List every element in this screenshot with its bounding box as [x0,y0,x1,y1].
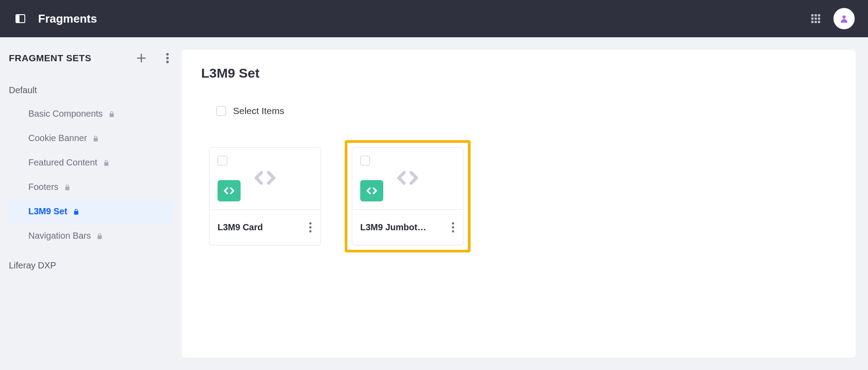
svg-rect-9 [815,21,817,23]
cards-grid: L3M9 Card [202,140,836,252]
svg-rect-7 [818,18,820,20]
sidebar-item-navigation-bars[interactable]: Navigation Bars [8,224,174,248]
select-items-label: Select Items [233,106,284,116]
svg-rect-6 [815,18,817,20]
svg-point-15 [166,57,169,59]
lock-icon [92,135,99,142]
card-preview [210,148,320,210]
sidebar-toggle-icon[interactable] [15,13,26,24]
sidebar-item-l3m9-set[interactable]: L3M9 Set [8,199,174,224]
fragment-card[interactable]: L3M9 Card [209,147,321,245]
svg-rect-5 [811,18,814,20]
card-checkbox[interactable] [218,156,227,165]
sidebar-title: FRAGMENT SETS [9,53,91,63]
sidebar-group-label: Default [8,85,174,95]
card-title: L3M9 Jumbot… [360,222,426,232]
code-icon [395,170,420,188]
sidebar-item-label: Basic Components [28,109,103,119]
svg-point-14 [166,53,169,56]
sidebar-group-label: Liferay DXP [8,260,174,271]
select-items-row: Select Items [216,106,836,116]
sidebar-item-featured-content[interactable]: Featured Content [8,150,174,175]
card-checkbox[interactable] [360,156,370,165]
content-panel: L3M9 Set Select Items [182,50,856,358]
fragment-card[interactable]: L3M9 Jumbot… [352,147,463,245]
code-badge-icon [360,180,383,201]
sets-kebab-button[interactable] [164,51,171,66]
layout: FRAGMENT SETS Default Basic Components C… [0,37,868,370]
card-wrap: L3M9 Card [202,140,328,252]
sidebar-actions [134,51,171,66]
sidebar-item-label: L3M9 Set [28,206,67,216]
lock-icon [96,232,103,240]
sidebar-item-footers[interactable]: Footers [8,175,174,199]
card-preview [352,148,463,210]
lock-icon [108,110,115,118]
sidebar: FRAGMENT SETS Default Basic Components C… [0,37,182,370]
svg-point-16 [166,61,169,63]
lock-icon [64,184,71,191]
set-title: L3M9 Set [201,66,836,81]
card-footer: L3M9 Card [210,210,320,245]
card-title: L3M9 Card [218,222,263,232]
main: L3M9 Set Select Items [182,37,868,370]
sidebar-item-label: Navigation Bars [28,231,91,241]
code-badge-icon [218,180,241,201]
code-icon [253,170,277,188]
add-set-button[interactable] [134,51,149,66]
svg-rect-2 [811,14,814,16]
apps-grid-icon[interactable] [810,13,821,24]
card-kebab-button[interactable] [307,220,314,235]
sidebar-header: FRAGMENT SETS [8,51,174,66]
page-title: Fragments [38,12,97,26]
top-bar: Fragments [0,0,868,37]
user-avatar[interactable] [833,8,855,29]
lock-icon [73,208,80,215]
sidebar-item-label: Cookie Banner [28,133,87,143]
lock-icon [103,159,110,166]
card-wrap-highlighted: L3M9 Jumbot… [345,140,471,252]
svg-point-11 [842,16,845,19]
svg-rect-1 [16,15,19,22]
sidebar-nav-list: Basic Components Cookie Banner Featured … [8,102,174,248]
sidebar-item-label: Featured Content [28,157,97,168]
topbar-left: Fragments [15,12,97,26]
svg-rect-4 [818,14,820,16]
sidebar-item-label: Footers [28,182,58,192]
card-kebab-button[interactable] [449,220,457,235]
topbar-right [810,8,855,29]
sidebar-item-cookie-banner[interactable]: Cookie Banner [8,126,174,150]
card-footer: L3M9 Jumbot… [352,210,463,245]
svg-rect-3 [815,14,817,16]
svg-rect-10 [818,21,820,23]
svg-rect-8 [811,21,814,23]
select-all-checkbox[interactable] [216,106,226,116]
sidebar-item-basic-components[interactable]: Basic Components [8,102,174,126]
